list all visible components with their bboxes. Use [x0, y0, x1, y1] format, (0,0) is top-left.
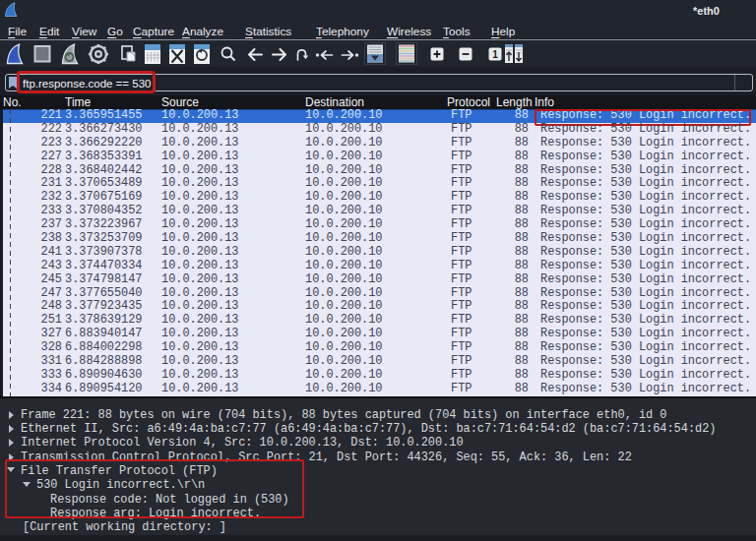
svg-text:1: 1 — [492, 49, 498, 60]
